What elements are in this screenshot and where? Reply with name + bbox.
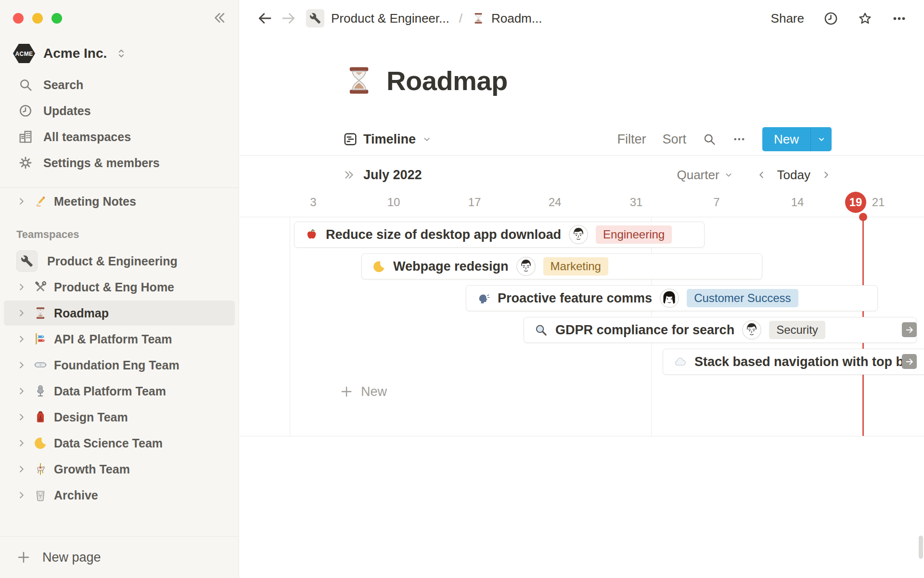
sidebar-item-settings[interactable]: Settings & members: [4, 150, 235, 175]
sidebar-item-data-platform-team[interactable]: Data Platform Team: [4, 379, 235, 404]
back-icon[interactable]: [257, 11, 272, 26]
zoom-window-button[interactable]: [51, 13, 62, 24]
sidebar-item-archive[interactable]: Archive: [4, 483, 235, 508]
timeline-card[interactable]: GDPR compliance for search Security: [524, 317, 917, 343]
timeline-controls: Quarter Today: [677, 168, 832, 183]
teamspaces-section-header: Teamspaces: [16, 228, 79, 241]
sidebar-item-design-team[interactable]: Design Team: [4, 405, 235, 430]
view-selector-timeline[interactable]: Timeline: [343, 132, 432, 147]
chevron-right-icon[interactable]: [16, 438, 27, 448]
sidebar-menu: Search Updates All teamspaces Settings &…: [0, 71, 239, 176]
date-tick: 14: [791, 196, 804, 209]
more-options-icon[interactable]: [892, 11, 907, 26]
sidebar-item-foundation-eng-team[interactable]: Foundation Eng Team: [4, 353, 235, 378]
breadcrumb: Product & Engineer... / Roadm...: [306, 9, 542, 27]
sidebar-item-label: Roadmap: [54, 306, 109, 320]
topbar-actions: Share: [771, 11, 907, 26]
toolbar-divider: [240, 155, 924, 156]
team-tag: Customer Success: [687, 289, 798, 308]
share-button[interactable]: Share: [771, 11, 804, 26]
chevron-right-icon[interactable]: [16, 360, 27, 370]
timeline-card[interactable]: Webpage redesign Marketing: [361, 253, 762, 279]
vertical-scrollbar-thumb[interactable]: [919, 536, 923, 559]
new-button[interactable]: New: [762, 132, 810, 147]
breadcrumb-current[interactable]: Roadm...: [491, 11, 542, 26]
sidebar-item-api-platform-team[interactable]: API & Platform Team: [4, 327, 235, 352]
chevron-left-icon[interactable]: [756, 170, 767, 180]
collapse-sidebar-icon[interactable]: [212, 11, 226, 25]
date-tick: 10: [387, 196, 400, 209]
chevron-right-icon[interactable]: [16, 282, 27, 292]
scroll-to-card-arrow[interactable]: [902, 322, 917, 337]
close-window-button[interactable]: [13, 13, 24, 24]
backpack-icon: [34, 410, 47, 424]
chevron-right-icon[interactable]: [16, 464, 27, 474]
minimize-window-button[interactable]: [32, 13, 43, 24]
sidebar-item-label: Growth Team: [54, 462, 130, 476]
double-chevron-right-icon[interactable]: [343, 169, 356, 181]
timeline-card[interactable]: Proactive feature comms Customer Success: [466, 285, 878, 311]
chevron-right-icon[interactable]: [16, 308, 27, 318]
sidebar-item-label: Updates: [43, 104, 91, 118]
updates-clock-icon: [18, 104, 33, 118]
notion-app-window: ACME Acme Inc. Search Updates: [0, 0, 924, 578]
view-label: Timeline: [363, 132, 416, 147]
sidebar-item-search[interactable]: Search: [4, 72, 235, 97]
zoom-level-label: Quarter: [677, 168, 719, 183]
date-tick: 21: [872, 196, 885, 209]
breadcrumb-parent[interactable]: Product & Engineer...: [331, 11, 449, 26]
zoom-level-select[interactable]: Quarter: [677, 168, 733, 183]
forward-icon[interactable]: [281, 11, 296, 26]
card-title: Reduce size of desktop app download: [326, 227, 561, 242]
scroll-to-card-arrow[interactable]: [902, 354, 917, 369]
search-icon[interactable]: [703, 132, 716, 146]
svg-text:ACME: ACME: [15, 51, 33, 57]
team-tag: Marketing: [543, 257, 608, 276]
chevron-right-icon[interactable]: [16, 412, 27, 422]
clock-history-icon[interactable]: [823, 11, 838, 26]
chevron-right-icon[interactable]: [16, 490, 27, 500]
sidebar-item-product-eng-home[interactable]: Product & Eng Home: [4, 275, 235, 300]
sidebar-item-all-teamspaces[interactable]: All teamspaces: [4, 124, 235, 149]
timeline-grid[interactable]: Reduce size of desktop app download Engi…: [240, 217, 924, 436]
sidebar-item-roadmap[interactable]: Roadmap: [4, 301, 235, 326]
assignee-avatar: [516, 257, 536, 276]
cloud-icon: [674, 355, 687, 368]
sort-button[interactable]: Sort: [662, 132, 686, 147]
chevron-right-icon[interactable]: [16, 386, 27, 396]
plus-icon: [340, 385, 353, 398]
sidebar-item-meeting-notes[interactable]: Meeting Notes: [4, 189, 235, 214]
chevron-right-icon[interactable]: [16, 196, 27, 207]
breadcrumb-separator: /: [459, 11, 462, 26]
timeline-header: July 2022 Quarter Today: [343, 162, 832, 188]
sidebar-item-product-engineering[interactable]: Product & Engineering: [4, 249, 235, 274]
sidebar-item-label: Archive: [54, 488, 98, 502]
star-icon[interactable]: [858, 11, 873, 26]
teamspaces-list: Product & Engineering Product & Eng Home…: [0, 248, 239, 509]
sidebar-item-label: Design Team: [54, 410, 128, 424]
main-content: Product & Engineer... / Roadm... Share: [240, 0, 924, 578]
chevron-down-icon: [422, 134, 432, 144]
chevron-right-icon[interactable]: [821, 170, 832, 180]
hourglass-icon[interactable]: [343, 65, 375, 96]
sidebar-footer: New page: [0, 536, 239, 578]
new-page-button[interactable]: New page: [0, 537, 239, 578]
chevron-right-icon[interactable]: [16, 334, 27, 344]
sidebar-item-data-science-team[interactable]: Data Science Team: [4, 431, 235, 456]
workspace-switcher[interactable]: ACME Acme Inc.: [13, 39, 127, 67]
filter-button[interactable]: Filter: [617, 132, 646, 147]
today-date-badge[interactable]: 19: [845, 192, 866, 213]
wrench-icon: [16, 250, 38, 272]
today-button[interactable]: Today: [777, 168, 810, 183]
sidebar-item-updates[interactable]: Updates: [4, 98, 235, 123]
sidebar-item-growth-team[interactable]: Growth Team: [4, 457, 235, 482]
timeline-card[interactable]: Reduce size of desktop app download Engi…: [294, 222, 705, 248]
new-button-dropdown[interactable]: [810, 127, 832, 151]
new-page-label: New page: [42, 550, 101, 565]
timeline-new-row-button[interactable]: New: [340, 381, 387, 402]
timeline-date-ruler[interactable]: 3 10 17 24 31 7 14 19 21: [240, 188, 924, 217]
timeline-card[interactable]: Stack based navigation with top bar: [663, 349, 924, 375]
more-options-icon[interactable]: [732, 132, 746, 146]
hammer-wrench-icon: [34, 280, 47, 294]
view-toolbar: Timeline Filter Sort New: [343, 123, 832, 155]
